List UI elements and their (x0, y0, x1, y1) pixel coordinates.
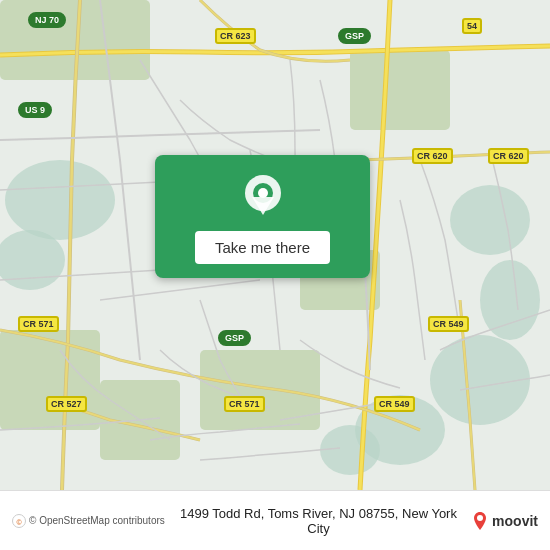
gsp-mid-badge: GSP (218, 330, 251, 346)
cr527-badge: CR 527 (46, 396, 87, 412)
address-label: 1499 Todd Rd, Toms River, NJ 08755, New … (173, 506, 464, 536)
svg-point-5 (430, 335, 530, 425)
cr549-right-badge: CR 549 (428, 316, 469, 332)
map-container: NJ 70 CR 623 GSP 54 US 9 CR 620 CR 620 C… (0, 0, 550, 490)
cr620-mid-badge: CR 620 (412, 148, 453, 164)
cr549-bot-badge: CR 549 (374, 396, 415, 412)
svg-point-4 (480, 260, 540, 340)
cr620-right-badge: CR 620 (488, 148, 529, 164)
take-me-there-overlay: Take me there (155, 155, 370, 278)
cr571-bot-badge: CR 571 (224, 396, 265, 412)
osm-attribution: © OpenStreetMap contributors (29, 515, 165, 526)
moovit-text: moovit (492, 513, 538, 529)
location-pin-icon (242, 173, 284, 223)
cr623-badge: CR 623 (215, 28, 256, 44)
svg-rect-11 (350, 50, 450, 130)
moovit-pin-icon (472, 511, 488, 531)
info-bar: © © OpenStreetMap contributors 1499 Todd… (0, 490, 550, 550)
svg-point-16 (258, 188, 268, 198)
osm-icon: © (12, 514, 26, 528)
svg-point-7 (320, 425, 380, 475)
svg-point-1 (5, 160, 115, 240)
svg-point-20 (477, 515, 483, 521)
gsp-top-badge: GSP (338, 28, 371, 44)
svg-rect-10 (200, 350, 320, 430)
osm-logo: © © OpenStreetMap contributors (12, 514, 165, 528)
take-me-there-button[interactable]: Take me there (195, 231, 330, 264)
svg-text:©: © (16, 518, 22, 525)
svg-point-3 (450, 185, 530, 255)
nj70-badge: NJ 70 (28, 12, 66, 28)
r54-badge: 54 (462, 18, 482, 34)
moovit-logo: moovit (472, 511, 538, 531)
us9-badge: US 9 (18, 102, 52, 118)
cr571-left-badge: CR 571 (18, 316, 59, 332)
